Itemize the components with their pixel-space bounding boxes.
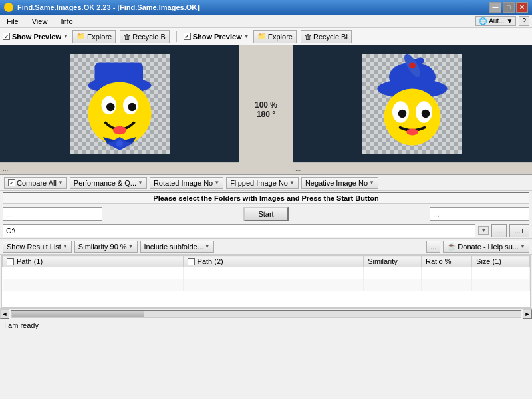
recycle-right-button[interactable]: 🗑 Recycle Bi — [301, 30, 352, 43]
dots-label: ... — [430, 243, 436, 251]
folder-browse-button[interactable]: ... — [491, 224, 507, 237]
table-row — [3, 279, 530, 291]
explore-right-button[interactable]: 📁 Explore — [253, 30, 297, 43]
scroll-thumb[interactable] — [11, 311, 144, 317]
path1-checkbox[interactable] — [7, 258, 14, 265]
similarity-arrow: ▼ — [128, 243, 134, 249]
window-title: Find.Same.Images.OK 2.23 - [Find.Same.Im… — [17, 3, 200, 11]
similarity-button[interactable]: Similarity 90 % ▼ — [74, 241, 138, 253]
table-body — [3, 267, 530, 291]
include-subfolders-label: Include subfolde... — [144, 243, 203, 251]
svg-point-11 — [116, 140, 123, 147]
scroll-track[interactable] — [11, 310, 521, 318]
zoom-percent: 100 % — [255, 100, 277, 110]
donate-button[interactable]: ☕ Donate - Help su... ▼ — [443, 241, 529, 253]
rotated-image-label: Rotated Image No — [154, 179, 213, 187]
donate-arrow: ▼ — [520, 243, 525, 249]
th-path1-label: Path (1) — [17, 257, 43, 265]
recycle-icon-left: 🗑 — [124, 33, 131, 41]
recycle-left-button[interactable]: 🗑 Recycle B — [120, 30, 170, 43]
start-button[interactable]: Start — [243, 207, 288, 221]
preview-image-left[interactable] — [0, 45, 239, 162]
explore-right-label: Explore — [268, 33, 293, 41]
show-preview-right-arrow: ▼ — [244, 33, 249, 39]
dots-button[interactable]: ... — [426, 241, 440, 253]
th-size: Size (1) — [472, 256, 530, 267]
scroll-left-button[interactable]: ◄ — [0, 309, 9, 319]
th-similarity: Similarity — [364, 256, 422, 267]
controls-row: Compare All ▼ Performance & Q... ▼ Rotat… — [0, 175, 532, 191]
toolbar-row: Show Preview ▼ 📁 Explore 🗑 Recycle B Sho… — [0, 28, 532, 45]
svg-point-21 — [422, 110, 430, 118]
close-button[interactable]: ✕ — [516, 2, 528, 13]
menu-view[interactable]: View — [28, 16, 52, 27]
performance-arrow: ▼ — [138, 180, 143, 186]
status-message: Please select the Folders with Images an… — [3, 192, 529, 204]
menu-bar: File View Info 🌐 Aut... ▼ ? — [0, 15, 532, 28]
left-path-input[interactable] — [3, 207, 102, 221]
compare-all-checkbox[interactable] — [8, 179, 15, 186]
status-bar-text: I am ready — [4, 321, 39, 329]
globe-icon: 🌐 — [479, 17, 487, 25]
show-result-list-button[interactable]: Show Result List ▼ — [3, 241, 72, 253]
compare-all-button[interactable]: Compare All ▼ — [4, 177, 67, 189]
recycle-icon-right: 🗑 — [305, 33, 312, 41]
similarity-label: Similarity 90 % — [78, 243, 127, 251]
svg-point-17 — [384, 89, 441, 146]
app-icon — [4, 3, 13, 12]
folder-dropdown-arrow[interactable]: ▼ — [478, 226, 489, 235]
th-ratio-label: Ratio % — [426, 257, 452, 265]
scroll-right-button[interactable]: ► — [523, 309, 532, 319]
help-button[interactable]: ? — [519, 16, 529, 26]
recycle-right-label: Recycle Bi — [313, 33, 348, 41]
status-message-text: Please select the Folders with Images an… — [153, 194, 378, 202]
menu-info[interactable]: Info — [57, 16, 76, 27]
table-header: Path (1) Path (2) Similarity Ra — [3, 256, 530, 267]
show-preview-left-checkbox[interactable] — [3, 33, 10, 40]
show-preview-right-checkbox[interactable] — [184, 33, 191, 40]
right-path-input[interactable] — [430, 207, 529, 221]
language-button[interactable]: 🌐 Aut... ▼ — [475, 16, 516, 26]
preview-image-right[interactable] — [293, 45, 532, 162]
performance-button[interactable]: Performance & Q... ▼ — [70, 177, 147, 189]
title-bar: Find.Same.Images.OK 2.23 - [Find.Same.Im… — [0, 0, 532, 15]
folder-add-button[interactable]: ...+ — [509, 224, 529, 237]
table-row — [3, 267, 530, 279]
preview-center-info: 100 % 180 ° — [239, 45, 293, 174]
preview-panel-left: .... — [0, 45, 239, 174]
path-row: Start — [0, 205, 532, 223]
svg-point-7 — [113, 126, 126, 135]
menu-file[interactable]: File — [3, 16, 23, 27]
show-preview-right-check[interactable]: Show Preview ▼ — [184, 33, 249, 41]
folder-row: ▼ ... ...+ — [0, 223, 532, 239]
th-path2-label: Path (2) — [198, 257, 223, 265]
svg-point-16 — [409, 63, 416, 69]
minimize-button[interactable]: — — [489, 2, 501, 13]
donate-icon: ☕ — [447, 242, 456, 251]
preview-left-footer-text: .... — [3, 165, 10, 172]
result-table-container[interactable]: Path (1) Path (2) Similarity Ra — [1, 255, 531, 308]
show-preview-left-check[interactable]: Show Preview ▼ — [3, 33, 68, 41]
negative-image-button[interactable]: Negative Image No ▼ — [301, 177, 378, 189]
flipped-image-arrow: ▼ — [289, 180, 295, 186]
folder-path-input[interactable] — [3, 224, 475, 237]
donate-label: Donate - Help su... — [458, 243, 519, 251]
show-preview-left-arrow: ▼ — [63, 33, 68, 39]
rotated-image-button[interactable]: Rotated Image No ▼ — [150, 177, 223, 189]
path2-checkbox[interactable] — [188, 258, 195, 265]
th-ratio: Ratio % — [422, 256, 472, 267]
include-subfolders-button[interactable]: Include subfolde... ▼ — [140, 241, 214, 253]
window-controls: — □ ✕ — [489, 2, 528, 13]
smiley-left-svg — [70, 54, 170, 154]
horizontal-scrollbar[interactable]: ◄ ► — [0, 308, 532, 319]
rotation-degrees: 180 ° — [257, 110, 275, 119]
folder-icon-left: 📁 — [76, 32, 86, 41]
flipped-image-button[interactable]: Flipped Image No ▼ — [226, 177, 299, 189]
subfolders-arrow: ▼ — [205, 243, 210, 249]
smiley-right-svg — [362, 54, 462, 154]
explore-left-button[interactable]: 📁 Explore — [72, 30, 116, 43]
svg-point-6 — [128, 103, 137, 112]
svg-point-2 — [88, 82, 152, 146]
svg-point-20 — [398, 110, 407, 118]
maximize-button[interactable]: □ — [503, 2, 515, 13]
